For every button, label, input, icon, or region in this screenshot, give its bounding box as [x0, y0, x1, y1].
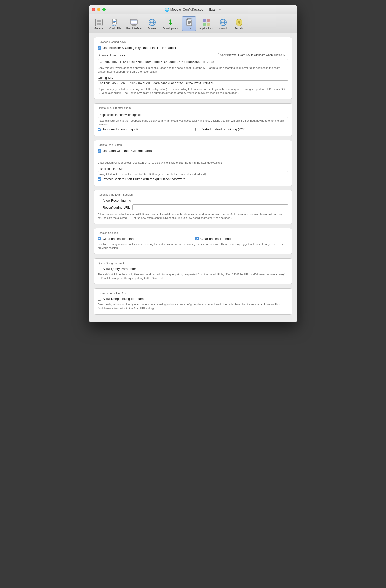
clear-end-row: Clear on session end [195, 237, 288, 241]
ask-confirm-checkbox[interactable] [98, 128, 101, 131]
query-string-title: Query String Parameter [98, 262, 288, 265]
dialog-title-input[interactable] [98, 166, 288, 172]
reconfig-url-input[interactable] [132, 204, 288, 210]
reconfiguring-title: Reconfiguring Exam Session [98, 193, 288, 196]
clear-end-label: Clear on session end [200, 237, 231, 241]
dropdown-arrow[interactable]: ▼ [219, 8, 221, 11]
svg-rect-11 [131, 20, 137, 21]
allow-reconfig-checkbox[interactable] [98, 199, 101, 202]
browser-exam-key-input[interactable] [98, 59, 288, 65]
session-cookies-checkboxes: Clear on session start Clear on session … [98, 237, 288, 242]
allow-reconfig-row: Allow Reconfiguring [98, 199, 288, 202]
clear-end-checkbox[interactable] [195, 237, 199, 240]
deep-linking-helper: Deep linking allows to directly open var… [98, 303, 288, 310]
dialog-title-helper: Dialog title/tool tip text of the Back t… [98, 172, 288, 176]
toolbar-network-label: Network [219, 27, 228, 30]
main-window: 🌐 Moodle_ConfigKey.seb — Exam ▼ General … [89, 5, 297, 322]
query-string-section: Query String Parameter Allow Query Param… [94, 258, 292, 285]
toolbar-exam-label: Exam [186, 27, 192, 30]
maximize-button[interactable] [102, 8, 106, 11]
copy-bek-checkbox[interactable] [216, 53, 219, 56]
svg-point-38 [238, 21, 240, 23]
custom-url-helper: Enter custom URL or select "Use Start UR… [98, 161, 288, 165]
query-string-helper: The seb(s):// link to the config file ca… [98, 273, 288, 280]
browser-exam-key-row: Browser Exam Key Copy Browser Exam Key t… [98, 52, 288, 58]
config-key-label: Config Key [98, 76, 288, 80]
toolbar-config-file[interactable]: New Config File [107, 17, 123, 31]
protect-label: Protect Back to Start Button with the qu… [103, 177, 185, 181]
restart-checkbox[interactable] [195, 128, 199, 131]
config-file-icon: New [111, 18, 120, 27]
titlebar: 🌐 Moodle_ConfigKey.seb — Exam ▼ [89, 5, 297, 14]
svg-text:New: New [112, 24, 117, 26]
toolbar-network[interactable]: Network [216, 17, 231, 31]
browser-exam-key-label: Browser Exam Key [98, 53, 125, 57]
use-browser-config-keys-row: Use Browser & Config Keys (send in HTTP … [98, 46, 288, 50]
allow-deep-linking-label: Allow Deep Linking for Exams [103, 297, 145, 301]
toolbar-applications-label: Applications [199, 27, 213, 30]
toolbar-general-label: General [94, 27, 103, 30]
main-content: Browser & Config Keys Use Browser & Conf… [89, 33, 297, 322]
svg-marker-22 [169, 23, 172, 25]
use-browser-config-keys-label: Use Browser & Config Keys (send in HTTP … [103, 46, 176, 50]
allow-reconfig-label: Allow Reconfiguring [103, 199, 131, 202]
session-cookies-helper: Disable clearing session cookies when en… [98, 242, 288, 250]
svg-rect-31 [203, 19, 206, 22]
allow-deep-linking-row: Allow Deep Linking for Exams [98, 297, 288, 301]
quit-link-helper: Place this Quit Link to the 'feedback' p… [98, 119, 288, 127]
svg-marker-24 [169, 19, 172, 21]
back-to-start-title: Back to Start Button [98, 143, 288, 146]
user-interface-icon [129, 18, 138, 27]
protect-checkbox[interactable] [98, 177, 101, 181]
close-button[interactable] [92, 8, 95, 11]
toolbar-down-uploads[interactable]: Down/Uploads [161, 17, 181, 31]
svg-rect-23 [170, 21, 171, 23]
config-key-input[interactable] [98, 80, 288, 86]
reconfig-url-row: Reconfiguring URL [98, 204, 288, 210]
allow-query-checkbox[interactable] [98, 267, 101, 270]
svg-rect-1 [97, 20, 99, 22]
toolbar-security[interactable]: Security [232, 17, 247, 31]
reconfig-url-label: Reconfiguring URL [98, 206, 130, 209]
window-separator: — [205, 8, 208, 11]
quit-section-title: Link to quit SEB after exam [98, 107, 288, 109]
protect-row: Protect Back to Start Button with the qu… [98, 177, 288, 181]
toolbar-browser-label: Browser [147, 27, 157, 30]
svg-rect-4 [99, 23, 101, 25]
traffic-lights [92, 8, 106, 11]
allow-deep-linking-checkbox[interactable] [98, 297, 101, 301]
reconfig-url-helper: Allow reconfiguring by loading an SEB ex… [98, 212, 288, 220]
window-title: 🌐 Moodle_ConfigKey.seb — Exam ▼ [165, 8, 221, 12]
custom-url-input[interactable] [98, 155, 288, 160]
ask-confirm-label: Ask user to confirm quitting [103, 127, 141, 131]
down-uploads-icon [166, 18, 175, 27]
browser-icon [148, 18, 157, 27]
security-icon [235, 18, 244, 27]
clear-start-row: Clear on session start [98, 237, 191, 241]
window-filename: Moodle_ConfigKey.seb [170, 8, 203, 11]
toolbar-security-label: Security [235, 27, 244, 30]
toolbar-user-interface[interactable]: User Interface [124, 17, 144, 31]
back-to-start-section: Back to Start Button Use Start URL (see … [94, 140, 292, 186]
toolbar-applications[interactable]: Applications [197, 17, 215, 31]
toolbar-config-file-label: Config File [109, 27, 121, 30]
use-start-url-label: Use Start URL (see General pane) [103, 149, 152, 153]
clear-start-checkbox[interactable] [98, 237, 101, 240]
svg-text:A+: A+ [187, 19, 189, 21]
use-start-url-row: Use Start URL (see General pane) [98, 149, 288, 153]
use-start-url-checkbox[interactable] [98, 149, 101, 153]
window-subtitle: Exam [209, 8, 217, 11]
use-browser-config-keys-checkbox[interactable] [98, 46, 101, 50]
toolbar-browser[interactable]: Browser [145, 17, 160, 31]
quit-link-input[interactable] [98, 112, 288, 118]
toolbar-general[interactable]: General [91, 17, 106, 31]
svg-rect-39 [239, 23, 240, 24]
deep-linking-title: Exam Deep Linking (iOS) [98, 292, 288, 294]
session-cookies-section: Session Cookies Clear on session start C… [94, 228, 292, 254]
minimize-button[interactable] [97, 8, 100, 11]
reconfiguring-section: Reconfiguring Exam Session Allow Reconfi… [94, 190, 292, 224]
toolbar-exam[interactable]: A+ Exam [182, 16, 196, 31]
toolbar-user-interface-label: User Interface [126, 27, 142, 30]
session-cookies-title: Session Cookies [98, 231, 288, 234]
config-key-helper: Copy this key (which depends on your SEB… [98, 87, 288, 95]
